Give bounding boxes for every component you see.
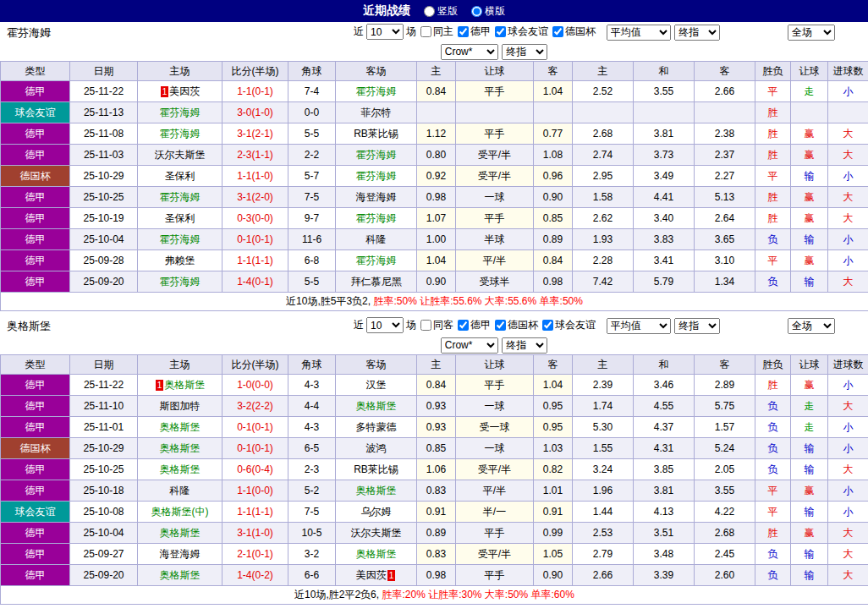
score: 0-1(0-1) — [222, 417, 288, 438]
scope-select[interactable]: 全场 — [788, 318, 835, 334]
avg-source-select[interactable]: 平均值 — [607, 318, 671, 334]
focal-team-link[interactable]: 霍芬海姆 — [356, 170, 397, 182]
match-date: 25-11-22 — [70, 81, 138, 102]
filter-checkbox[interactable] — [542, 320, 553, 331]
results-table: 类型日期主场比分(半场)角球客场主让球客主和客胜负让球进球数 德甲25-11-2… — [0, 354, 868, 605]
match-count-select[interactable]: 10 — [366, 317, 404, 333]
team-link[interactable]: 乌尔姆 — [361, 506, 392, 518]
odds-handicap: 平手 — [456, 123, 534, 145]
odds-source-select[interactable]: Crow* — [441, 44, 498, 60]
team-name[interactable]: 霍芬海姆 — [7, 25, 51, 41]
team-link[interactable]: 美因茨 — [169, 85, 200, 97]
focal-team-link[interactable]: 霍芬海姆 — [356, 212, 397, 224]
home-team-cell: 奥格斯堡 — [138, 459, 222, 480]
team-link[interactable]: 汉堡 — [366, 379, 387, 391]
team-link[interactable]: 多特蒙德 — [356, 421, 397, 433]
team-link[interactable]: 美因茨 — [356, 569, 387, 581]
odds-type-select[interactable]: 终指 — [502, 44, 547, 60]
scope-select[interactable]: 全场 — [788, 25, 835, 41]
summary-text: 胜率:20% 让胜率:30% 大率:50% 单率:60% — [379, 589, 574, 600]
team-link[interactable]: 菲尔特 — [361, 107, 392, 118]
filter-checkbox[interactable] — [495, 320, 506, 331]
team-name[interactable]: 奥格斯堡 — [7, 319, 51, 334]
filter-option[interactable]: 同客 — [420, 318, 453, 332]
odds-source-select[interactable]: Crow* — [441, 337, 498, 354]
match-row: 德甲25-11-221奥格斯堡1-0(0-0)4-3汉堡0.84平手1.042.… — [1, 375, 868, 396]
team-link[interactable]: 斯图加特 — [160, 400, 201, 412]
focal-team-link[interactable]: 奥格斯堡 — [160, 442, 201, 454]
avg-home: 1.74 — [573, 396, 634, 417]
team-link[interactable]: 科隆 — [170, 485, 190, 496]
avg-type-select[interactable]: 终指 — [674, 25, 720, 41]
filter-checkbox[interactable] — [420, 26, 431, 37]
match-count-select[interactable]: 10 — [366, 24, 404, 40]
avg-source-select[interactable]: 平均值 — [607, 25, 671, 41]
filter-option[interactable]: 同主 — [420, 25, 453, 39]
avg-away: 4.22 — [695, 502, 755, 523]
score: 1-1(1-0) — [222, 166, 288, 187]
focal-team-link[interactable]: 奥格斯堡 — [356, 400, 397, 412]
column-header: 类型 — [1, 62, 70, 81]
away-team-cell: 拜仁慕尼黑 — [336, 271, 417, 293]
filter-option[interactable]: 德甲 — [458, 318, 491, 332]
avg-away: 5.75 — [695, 396, 755, 417]
focal-team-link[interactable]: 霍芬海姆 — [160, 233, 201, 245]
team-link[interactable]: 圣保利 — [165, 212, 195, 224]
avg-home: 2.66 — [573, 565, 634, 586]
avg-type-select[interactable]: 终指 — [674, 318, 720, 334]
corners: 11-6 — [288, 229, 336, 250]
layout-radio-vertical[interactable] — [424, 6, 435, 17]
filter-option[interactable]: 德甲 — [458, 25, 491, 39]
team-link[interactable]: 科隆 — [366, 233, 387, 245]
match-date: 25-09-20 — [70, 271, 138, 293]
focal-team-link[interactable]: 奥格斯堡 — [160, 463, 201, 475]
match-date: 25-11-01 — [70, 417, 138, 438]
focal-team-link[interactable]: 霍芬海姆 — [160, 107, 201, 118]
team-link[interactable]: 圣保利 — [165, 170, 195, 182]
team-link[interactable]: 沃尔夫斯堡 — [155, 149, 206, 161]
avg-draw: 3.73 — [634, 145, 695, 166]
team-link[interactable]: 沃尔夫斯堡 — [351, 527, 402, 539]
avg-home: 7.42 — [573, 271, 634, 293]
filter-option[interactable]: 球会友谊 — [495, 25, 548, 39]
filter-checkbox[interactable] — [420, 320, 431, 331]
odds-away: 1.04 — [534, 375, 573, 396]
odds-home: 1.00 — [417, 229, 456, 250]
focal-team-link[interactable]: 霍芬海姆 — [356, 149, 397, 161]
match-date: 25-10-29 — [70, 166, 138, 187]
odds-away: 0.84 — [534, 250, 573, 271]
avg-home: 1.58 — [573, 187, 634, 208]
team-link[interactable]: 海登海姆 — [160, 548, 201, 560]
filter-checkbox[interactable] — [458, 26, 469, 37]
focal-team-link[interactable]: 奥格斯堡 — [160, 569, 201, 581]
result-wdl: 负 — [755, 229, 791, 250]
layout-radio-horizontal[interactable] — [471, 6, 482, 17]
focal-team-link[interactable]: 奥格斯堡 — [160, 421, 201, 433]
team-link[interactable]: 波鸿 — [366, 442, 387, 454]
focal-team-link[interactable]: 霍芬海姆 — [160, 276, 201, 288]
focal-team-link[interactable]: 奥格斯堡 — [160, 527, 201, 539]
layout-option-horizontal[interactable]: 横版 — [471, 4, 505, 19]
focal-team-link[interactable]: 霍芬海姆 — [160, 191, 201, 203]
focal-team-link[interactable]: 霍芬海姆 — [160, 128, 201, 140]
filter-checkbox[interactable] — [552, 26, 563, 37]
team-link[interactable]: RB莱比锡 — [354, 463, 398, 475]
filter-option[interactable]: 德国杯 — [495, 318, 538, 332]
team-link[interactable]: 弗赖堡 — [165, 255, 195, 266]
focal-team-link[interactable]: 霍芬海姆 — [356, 85, 397, 97]
score: 1-1(1-1) — [222, 250, 288, 271]
odds-type-select[interactable]: 终指 — [502, 337, 547, 354]
filter-checkbox[interactable] — [495, 26, 506, 37]
team-link[interactable]: 海登海姆 — [356, 191, 397, 203]
focal-team-link[interactable]: 奥格斯堡 — [356, 485, 397, 496]
layout-option-vertical[interactable]: 竖版 — [424, 4, 458, 19]
team-link[interactable]: RB莱比锡 — [354, 128, 398, 140]
odds-handicap — [456, 102, 534, 123]
team-link[interactable]: 拜仁慕尼黑 — [351, 276, 402, 288]
focal-team-link[interactable]: 奥格斯堡(中) — [151, 506, 209, 518]
focal-team-link[interactable]: 奥格斯堡 — [164, 379, 205, 391]
filter-checkbox[interactable] — [458, 320, 469, 331]
score: 1-1(1-1) — [222, 502, 288, 523]
focal-team-link[interactable]: 奥格斯堡 — [356, 548, 397, 560]
focal-team-link[interactable]: 霍芬海姆 — [356, 255, 397, 266]
